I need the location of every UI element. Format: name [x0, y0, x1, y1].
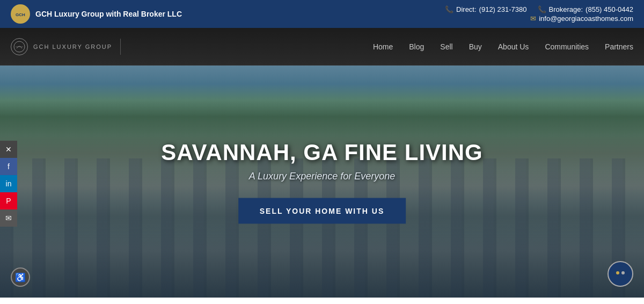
- email-address: info@georgiacoasthomes.com: [539, 15, 633, 23]
- svg-point-5: [616, 271, 619, 274]
- direct-number: (912) 231-7380: [479, 5, 527, 13]
- brokerage-label: Brokerage:: [549, 5, 583, 13]
- social-close-button[interactable]: ✕: [0, 141, 17, 158]
- brokerage-phone[interactable]: 📞 Brokerage: (855) 450-0442: [538, 5, 634, 13]
- nav-logo: GCH LUXURY GROUP: [11, 38, 123, 55]
- nav-link-partners[interactable]: Partners: [605, 40, 633, 54]
- brokerage-number: (855) 450-0442: [586, 5, 633, 13]
- top-logo-text: GCH Luxury Group with Real Broker LLC: [35, 10, 182, 18]
- phone-icon-2: 📞: [538, 5, 546, 13]
- email-icon: ✉: [530, 15, 536, 23]
- nav-link-sell[interactable]: Sell: [440, 40, 452, 54]
- nav-link-about[interactable]: About Us: [498, 40, 529, 54]
- nav-bar: GCH LUXURY GROUP Home Blog Sell Buy Abou…: [0, 28, 644, 66]
- svg-point-4: [613, 266, 628, 281]
- top-bar: GCH GCH Luxury Group with Real Broker LL…: [0, 0, 644, 28]
- top-logo-area: GCH GCH Luxury Group with Real Broker LL…: [11, 4, 182, 24]
- social-pinterest-button[interactable]: P: [0, 192, 17, 209]
- hero-title: SAVANNAH, GA FINE LIVING: [161, 140, 483, 165]
- direct-label: Direct:: [456, 5, 477, 13]
- nav-link-home[interactable]: Home: [373, 40, 393, 54]
- svg-point-6: [621, 271, 625, 274]
- chat-button[interactable]: [608, 261, 633, 287]
- social-sidebar: ✕ f in P ✉: [0, 141, 17, 227]
- hero-subtitle: A Luxury Experience for Everyone: [161, 171, 483, 182]
- nav-logo-text: GCH LUXURY GROUP: [33, 44, 112, 50]
- phone-row: 📞 Direct: (912) 231-7380 📞 Brokerage: (8…: [445, 5, 633, 13]
- nav-logo-circle: [11, 38, 28, 55]
- social-linkedin-button[interactable]: in: [0, 175, 17, 192]
- nav-divider: [120, 39, 121, 55]
- social-facebook-button[interactable]: f: [0, 158, 17, 175]
- nav-links: Home Blog Sell Buy About Us Communities …: [373, 40, 633, 54]
- nav-link-buy[interactable]: Buy: [469, 40, 482, 54]
- contact-info: 📞 Direct: (912) 231-7380 📞 Brokerage: (8…: [445, 5, 633, 23]
- direct-phone[interactable]: 📞 Direct: (912) 231-7380: [445, 5, 526, 13]
- accessibility-icon: ♿: [15, 272, 26, 283]
- hero-section: ✕ f in P ✉ SAVANNAH, GA FINE LIVING A Lu…: [0, 66, 644, 298]
- social-email-button[interactable]: ✉: [0, 209, 17, 227]
- phone-icon-1: 📞: [445, 5, 453, 13]
- accessibility-button[interactable]: ♿: [11, 267, 30, 287]
- email-contact[interactable]: ✉ info@georgiacoasthomes.com: [530, 15, 633, 23]
- sell-home-button[interactable]: SELL YOUR HOME WITH US: [238, 198, 406, 224]
- email-row: ✉ info@georgiacoasthomes.com: [530, 15, 633, 23]
- hero-content: SAVANNAH, GA FINE LIVING A Luxury Experi…: [161, 140, 483, 224]
- nav-link-blog[interactable]: Blog: [409, 40, 424, 54]
- top-logo-icon: GCH: [11, 4, 30, 24]
- nav-link-communities[interactable]: Communities: [545, 40, 589, 54]
- svg-text:GCH: GCH: [16, 12, 25, 17]
